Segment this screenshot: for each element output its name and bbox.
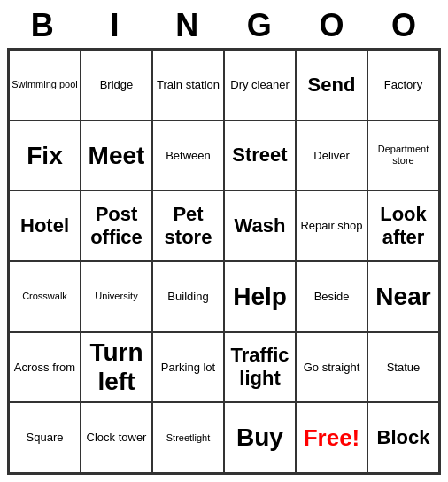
grid-cell: Factory [367, 50, 439, 120]
grid-cell: Post office [81, 190, 152, 261]
grid-cell: Square [9, 402, 81, 473]
grid-cell: Train station [152, 50, 224, 120]
bingo-grid: Swimming poolBridgeTrain stationDry clea… [7, 48, 441, 475]
grid-cell: Near [367, 261, 439, 332]
grid-cell: University [81, 261, 152, 332]
grid-cell: Wash [224, 190, 296, 261]
grid-cell: Swimming pool [9, 50, 81, 120]
grid-cell: Meet [81, 120, 152, 191]
grid-cell: Streetlight [152, 402, 224, 473]
grid-cell: Turn left [81, 332, 152, 403]
grid-cell: Block [367, 402, 439, 473]
grid-cell: Clock tower [81, 402, 152, 473]
title-letter: O [369, 7, 440, 44]
grid-cell: Traffic light [224, 332, 296, 403]
title-letter: G [225, 7, 296, 44]
grid-cell: Send [296, 50, 367, 120]
grid-cell: Go straight [296, 332, 367, 403]
grid-cell: Across from [9, 332, 81, 403]
grid-cell: Pet store [152, 190, 224, 261]
grid-cell: Hotel [9, 190, 81, 261]
title-letter: N [152, 7, 223, 44]
grid-cell: Department store [367, 120, 439, 191]
grid-cell: Parking lot [152, 332, 224, 403]
grid-cell: Repair shop [296, 190, 367, 261]
grid-cell: Bridge [81, 50, 152, 120]
bingo-title: BINGOO [7, 7, 441, 44]
grid-cell: Look after [367, 190, 439, 261]
grid-cell: Help [224, 261, 296, 332]
grid-cell: Street [224, 120, 296, 191]
grid-cell: Crosswalk [9, 261, 81, 332]
grid-cell: Building [152, 261, 224, 332]
grid-cell: Fix [9, 120, 81, 191]
grid-cell: Deliver [296, 120, 367, 191]
grid-cell: Between [152, 120, 224, 191]
title-letter: O [297, 7, 367, 44]
grid-cell: Dry cleaner [224, 50, 296, 120]
grid-cell: Buy [224, 402, 296, 473]
title-letter: B [8, 7, 79, 44]
title-letter: I [80, 7, 151, 44]
grid-cell: Beside [296, 261, 367, 332]
grid-cell: Free! [296, 402, 367, 473]
grid-cell: Statue [367, 332, 439, 403]
